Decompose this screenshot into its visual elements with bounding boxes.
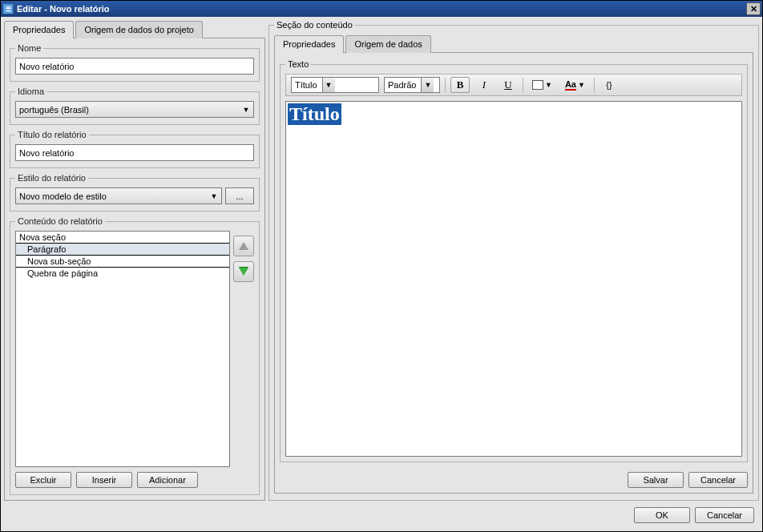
left-panel-body: Nome Idioma português (Brasil) ▼ Título … <box>4 38 265 501</box>
font-color-icon: Aa <box>565 80 576 91</box>
input-name[interactable] <box>15 58 254 75</box>
format-toolbar: Título ▼ Padrão ▼ B I <box>285 74 742 96</box>
underline-icon: U <box>504 79 511 91</box>
toolbar-divider <box>523 78 523 92</box>
bold-button[interactable]: B <box>450 77 470 93</box>
font-color-button[interactable]: Aa ▼ <box>561 77 589 93</box>
label-language: Idioma <box>15 87 46 96</box>
list-item[interactable]: Quebra de página <box>16 268 229 279</box>
content-button-row: Excluir Inserir Adicionar <box>15 472 254 488</box>
section-content-group: Seção do conteúdo Propriedades Origem de… <box>268 20 759 501</box>
group-language: Idioma português (Brasil) ▼ <box>10 87 260 125</box>
arrow-down-icon <box>239 268 248 276</box>
text-group-label: Texto <box>285 59 311 69</box>
move-up-button[interactable] <box>233 236 254 256</box>
chevron-down-icon: ▼ <box>208 192 220 200</box>
list-item[interactable]: Nova seção <box>16 232 229 244</box>
underline-button[interactable]: U <box>499 77 518 93</box>
reorder-buttons <box>233 231 254 467</box>
insert-button[interactable]: Inserir <box>76 472 132 488</box>
fill-color-button[interactable]: ▼ <box>528 77 556 93</box>
main-columns: Propriedades Origem de dados do projeto … <box>4 20 759 501</box>
toolbar-divider <box>594 78 595 92</box>
move-down-button[interactable] <box>233 261 254 282</box>
dialog-body: Propriedades Origem de dados do projeto … <box>1 17 762 531</box>
tab-section-datasource[interactable]: Origem de dados <box>345 35 430 53</box>
insert-field-button[interactable]: {} <box>600 77 619 93</box>
app-icon: ☰ <box>2 3 14 14</box>
group-report-content: Conteúdo do relatório Nova seção Parágra… <box>10 216 260 495</box>
content-list[interactable]: Nova seção Parágrafo Nova sub-seção Queb… <box>15 231 230 467</box>
section-content-label: Seção do conteúdo <box>274 20 355 30</box>
combo-report-style-value: Novo modelo de estilo <box>19 191 208 201</box>
tab-section-properties[interactable]: Propriedades <box>274 35 344 53</box>
dialog-window: ☰ Editar - Novo relatório ✕ Propriedades… <box>0 0 763 532</box>
combo-report-style[interactable]: Novo modelo de estilo ▼ <box>15 187 222 204</box>
toolbar-divider <box>445 78 446 92</box>
cancel-section-button[interactable]: Cancelar <box>688 472 748 488</box>
combo-language[interactable]: português (Brasil) ▼ <box>15 101 254 118</box>
style-more-button[interactable]: ... <box>225 187 254 204</box>
chevron-down-icon: ▼ <box>322 78 335 92</box>
label-name: Nome <box>15 43 43 53</box>
group-report-style: Estilo do relatório Novo modelo de estil… <box>10 173 260 212</box>
section-button-row: Salvar Cancelar <box>280 472 748 488</box>
style-combo-value: Título <box>292 80 322 90</box>
group-report-title: Título do relatório <box>10 130 260 168</box>
right-tabs: Propriedades Origem de dados <box>274 34 753 52</box>
color-swatch-icon <box>532 80 543 90</box>
input-report-title[interactable] <box>15 144 254 161</box>
cancel-button[interactable]: Cancelar <box>695 507 754 523</box>
delete-button[interactable]: Excluir <box>15 472 71 488</box>
chevron-down-icon: ▼ <box>240 106 252 114</box>
group-name: Nome <box>10 43 260 82</box>
dialog-footer: OK Cancelar <box>4 504 759 528</box>
combo-language-value: português (Brasil) <box>19 105 240 115</box>
italic-button[interactable]: I <box>474 77 494 93</box>
size-combo[interactable]: Padrão ▼ <box>384 77 440 93</box>
chevron-down-icon: ▼ <box>578 81 585 89</box>
chevron-down-icon: ▼ <box>545 81 552 89</box>
ok-button[interactable]: OK <box>634 507 690 523</box>
close-icon[interactable]: ✕ <box>746 2 761 15</box>
braces-icon: {} <box>606 80 612 90</box>
label-report-style: Estilo do relatório <box>15 173 88 183</box>
chevron-down-icon: ▼ <box>421 78 434 92</box>
tab-properties[interactable]: Propriedades <box>4 21 74 38</box>
text-editor[interactable]: Título <box>285 101 742 457</box>
add-button[interactable]: Adicionar <box>137 472 198 488</box>
italic-icon: I <box>482 79 486 91</box>
size-combo-value: Padrão <box>385 80 421 90</box>
right-panel: Seção do conteúdo Propriedades Origem de… <box>268 20 759 501</box>
label-report-title: Título do relatório <box>15 130 89 139</box>
save-button[interactable]: Salvar <box>628 472 684 488</box>
bold-icon: B <box>457 79 464 91</box>
left-tabs: Propriedades Origem de dados do projeto <box>4 20 265 38</box>
style-combo[interactable]: Título ▼ <box>291 77 379 93</box>
list-item[interactable]: Nova sub-seção <box>16 256 229 268</box>
ellipsis-icon: ... <box>236 191 243 201</box>
text-group: Texto Título ▼ Padrão ▼ <box>280 59 748 462</box>
titlebar: ☰ Editar - Novo relatório ✕ <box>1 1 762 17</box>
tab-project-datasource[interactable]: Origem de dados do projeto <box>75 21 202 38</box>
arrow-up-icon <box>239 242 248 250</box>
list-item[interactable]: Parágrafo <box>16 244 229 256</box>
left-panel: Propriedades Origem de dados do projeto … <box>4 20 265 501</box>
label-report-content: Conteúdo do relatório <box>15 216 105 226</box>
window-title: Editar - Novo relatório <box>17 4 746 14</box>
editor-selected-text: Título <box>288 103 341 125</box>
